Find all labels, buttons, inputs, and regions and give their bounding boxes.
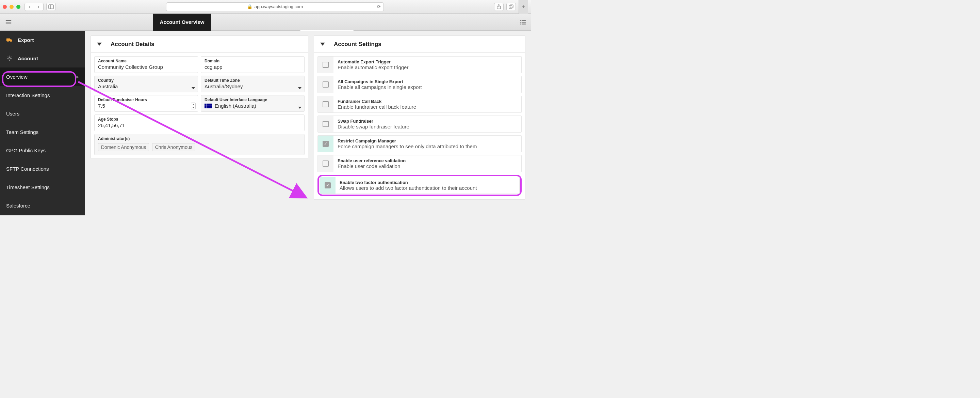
sidebar-item-account[interactable]: Account [0,49,85,67]
setting-checkbox[interactable]: ✓ [320,177,336,193]
list-view-button[interactable] [515,18,531,26]
field-label: Default Fundraiser Hours [98,98,194,102]
panel-account-details: Account Details Account Name Community C… [91,35,308,159]
panel-account-settings: Account Settings Automatic Export Trigge… [314,35,525,200]
sidebar-item-overview[interactable]: Overview ▶ [0,67,85,86]
sidebar-item-label: Salesforce [6,203,79,209]
setting-row[interactable]: Fundraiser Call BackEnable fundraiser ca… [318,96,522,113]
field-label: Age Stops [98,117,301,121]
sidebar-item-label: Overview [6,74,72,80]
svg-point-8 [11,41,11,42]
app-bar: Account Overview Save Changes [0,14,531,31]
chevron-right-icon: ▶ [76,75,79,79]
sidebar-item-sftp-connections[interactable]: SFTP Connections [0,160,85,178]
sidebar-item-label: Team Settings [6,129,79,135]
checkbox-icon [323,121,329,127]
number-stepper[interactable]: ▲▼ [191,102,196,109]
field-age-stops[interactable]: Age Stops 26,41,56,71 [94,115,305,131]
setting-checkbox[interactable]: ✓ [318,136,334,152]
panel-title: Account Details [111,41,154,48]
new-tab-button[interactable]: + [519,0,528,14]
collapse-caret-icon [97,43,102,46]
field-account-name[interactable]: Account Name Community Collective Group [94,56,198,73]
chevron-down-icon [192,87,195,89]
admin-tag[interactable]: Domenic Anonymous [98,143,149,151]
setting-checkbox[interactable] [318,57,334,73]
setting-desc: Enable automatic export trigger [337,64,517,70]
checkbox-icon [323,62,329,68]
sidebar-item-users[interactable]: Users [0,104,85,123]
field-label: Domain [205,59,301,63]
admin-tag[interactable]: Chris Anonymous [152,143,196,151]
field-ui-language[interactable]: Default User Interface Language English … [201,95,305,112]
sidebar-item-timesheet-settings[interactable]: Timesheet Settings [0,178,85,196]
setting-row[interactable]: Swap FundraiserDisable swap fundraiser f… [318,115,522,133]
page-title: Account Overview [153,14,211,31]
window-close[interactable] [3,5,7,9]
list-icon [519,18,527,26]
sidebar-item-interaction-settings[interactable]: Interaction Settings [0,86,85,104]
sidebar-item-salesforce[interactable]: Salesforce [0,196,85,215]
sidebar-item-gpg-public-keys[interactable]: GPG Public Keys [0,141,85,160]
sidebar-item-export[interactable]: Export [0,31,85,49]
field-value: English (Australia) [215,103,256,109]
setting-row[interactable]: Automatic Export TriggerEnable automatic… [318,56,522,73]
setting-desc: Disable swap fundraiser feature [337,124,517,129]
reload-icon[interactable]: ⟳ [377,4,381,9]
panel-header-account-details[interactable]: Account Details [91,36,308,53]
share-icon [496,4,501,10]
field-value: Australia [98,83,194,89]
svg-rect-4 [510,5,513,8]
sidebar-item-label: GPG Public Keys [6,147,79,153]
sidebar: Export Account Overview ▶ Interaction Se… [0,31,85,215]
checkbox-icon: ✓ [325,182,331,189]
app-hamburger[interactable] [0,19,17,26]
collapse-caret-icon [320,43,325,46]
sidebar-item-label: Account [18,56,79,61]
truck-icon [6,37,13,43]
field-label: Default User Interface Language [205,98,301,102]
field-country[interactable]: Country Australia [94,76,198,92]
browser-top-chrome: ‹ › 🔒 app.waysactstaging.com ⟳ + [0,0,531,14]
forward-button[interactable]: › [34,3,43,11]
setting-checkbox[interactable] [318,116,334,132]
sidebar-toggle-button[interactable] [46,3,56,11]
setting-body: All Campaigns in Single ExportEnable all… [334,76,521,93]
field-label: Account Name [98,59,194,63]
setting-body: Enable two factor authenticationAllows u… [336,177,519,193]
field-value: Australia/Sydney [205,83,301,89]
share-button[interactable] [494,3,504,11]
window-zoom[interactable] [16,5,21,9]
window-traffic-lights [3,5,22,9]
setting-checkbox[interactable] [318,76,334,93]
setting-row[interactable]: ✓Enable two factor authenticationAllows … [320,177,520,194]
setting-checkbox[interactable] [318,96,334,112]
setting-row[interactable]: All Campaigns in Single ExportEnable all… [318,76,522,93]
setting-desc: Enable all campaigns in single export [337,84,517,90]
checkbox-icon [323,82,329,88]
setting-row[interactable]: ✓Restrict Campaign ManagerForce campaign… [318,135,522,152]
hamburger-icon [5,19,12,26]
tabs-button[interactable] [506,3,516,11]
setting-title: Swap Fundraiser [337,118,517,124]
field-domain[interactable]: Domain ccg.app [201,56,305,73]
setting-title: Fundraiser Call Back [337,99,517,104]
setting-row[interactable]: Enable user reference validationEnable u… [318,155,522,172]
url-bar[interactable]: 🔒 app.waysactstaging.com ⟳ [166,2,384,11]
field-fundraiser-hours[interactable]: Default Fundraiser Hours 7.5 ▲▼ [94,95,198,112]
window-minimize[interactable] [10,5,14,9]
field-value: Community Collective Group [98,64,194,70]
setting-body: Automatic Export TriggerEnable automatic… [334,57,521,73]
field-timezone[interactable]: Default Time Zone Australia/Sydney [201,76,305,92]
annotation-highlight-2fa: ✓Enable two factor authenticationAllows … [318,175,522,196]
sidebar-item-team-settings[interactable]: Team Settings [0,123,85,141]
panel-header-account-settings[interactable]: Account Settings [314,36,525,53]
url-text: app.waysactstaging.com [255,4,303,9]
back-button[interactable]: ‹ [24,3,34,11]
gear-icon [6,55,13,61]
setting-desc: Allows users to add two factor authentic… [340,185,515,191]
setting-checkbox[interactable] [318,155,334,172]
setting-title: Enable user reference validation [337,158,517,163]
field-administrators[interactable]: Administrator(s) Domenic Anonymous Chris… [94,134,305,155]
field-value: 26,41,56,71 [98,122,301,128]
